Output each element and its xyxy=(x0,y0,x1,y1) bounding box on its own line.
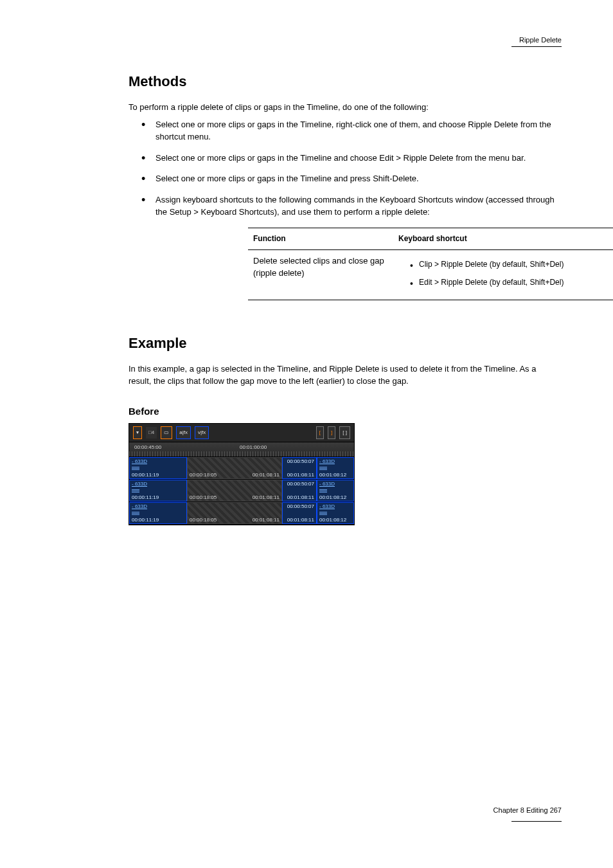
ruler-timecode: 00:00:45:00 xyxy=(134,444,161,450)
toolbar-camera-label[interactable]: □4 xyxy=(146,427,157,439)
toolbar-brackets-icon[interactable]: [ ] xyxy=(339,426,350,439)
example-intro: In this example, a gap is selected in th… xyxy=(129,363,540,388)
toolbar-vfx-button[interactable]: v|fx xyxy=(195,426,209,439)
clip[interactable]: - 633D 00:00:11:19 xyxy=(129,502,187,524)
gap-clip[interactable]: 00:00:18:05 00:01:08:11 xyxy=(187,502,282,524)
toolbar-dropdown-icon[interactable]: ▾ xyxy=(133,426,142,439)
before-heading: Before xyxy=(129,406,562,417)
timeline-toolbar: ▾ □4 ▭ a|fx v|fx [ ] [ ] xyxy=(129,424,354,442)
method-item-text: Assign keyboard shortcuts to the followi… xyxy=(155,195,555,217)
footer-rule xyxy=(511,821,562,822)
section-heading-example: Example xyxy=(129,335,562,352)
gap-clip[interactable]: 00:00:18:05 00:01:08:11 xyxy=(187,480,282,502)
footer-text: Chapter 8 Editing 267 xyxy=(433,806,562,814)
section-heading-methods: Methods xyxy=(129,73,562,90)
header-rule xyxy=(511,46,562,47)
table-header-row: Function Keyboard shortcut xyxy=(248,228,613,250)
clip[interactable]: 00:00:50:07 00:01:08:11 xyxy=(282,480,317,502)
header-text: Ripple Delete xyxy=(519,36,562,44)
table-cell-function: Delete selected clips and close gap (rip… xyxy=(248,250,393,300)
methods-intro: To perform a ripple delete of clips or g… xyxy=(129,102,562,114)
table-cell-shortcut: Clip > Ripple Delete (by default, Shift+… xyxy=(393,250,613,300)
method-item: Select one or more clips or gaps in the … xyxy=(141,152,562,165)
shortcuts-table: Function Keyboard shortcut Delete select… xyxy=(248,228,613,300)
toolbar-mark-out-icon[interactable]: ] xyxy=(328,426,335,439)
clip[interactable]: - 633D 00:00:11:19 xyxy=(129,480,187,502)
timeline-ruler[interactable]: 00:00:45:00 00:01:00:00 xyxy=(129,442,354,457)
method-item: Assign keyboard shortcuts to the followi… xyxy=(141,194,562,300)
clip[interactable]: - 633D 00:01:08:12 xyxy=(317,457,354,479)
timeline-screenshot: ▾ □4 ▭ a|fx v|fx [ ] [ ] 00:00:45:00 00:… xyxy=(129,423,355,525)
toolbar-mark-in-icon[interactable]: [ xyxy=(316,426,324,439)
shortcut-item: Edit > Ripple Delete (by default, Shift+… xyxy=(410,277,609,288)
table-header-function: Function xyxy=(248,228,393,249)
table-header-shortcut: Keyboard shortcut xyxy=(393,228,613,249)
clip[interactable]: - 633D 00:01:08:12 xyxy=(317,502,354,524)
toolbar-afx-button[interactable]: a|fx xyxy=(176,426,191,439)
clip[interactable]: - 633D 00:00:11:19 xyxy=(129,457,187,479)
method-item: Select one or more clips or gaps in the … xyxy=(141,119,562,143)
toolbar-clip-icon[interactable]: ▭ xyxy=(161,426,172,439)
timeline-track[interactable]: - 633D 00:00:11:19 00:00:18:05 00:01:08:… xyxy=(129,457,354,480)
clip[interactable]: - 633D 00:01:08:12 xyxy=(317,480,354,502)
method-item: Select one or more clips or gaps in the … xyxy=(141,173,562,185)
shortcut-item: Clip > Ripple Delete (by default, Shift+… xyxy=(410,259,609,270)
timeline-track[interactable]: - 633D 00:00:11:19 00:00:18:05 00:01:08:… xyxy=(129,480,354,502)
ruler-timecode: 00:01:00:00 xyxy=(240,444,267,450)
methods-list: Select one or more clips or gaps in the … xyxy=(141,119,562,300)
timeline-track[interactable]: - 633D 00:00:11:19 00:00:18:05 00:01:08:… xyxy=(129,502,354,525)
table-row: Delete selected clips and close gap (rip… xyxy=(248,250,613,300)
gap-clip[interactable]: 00:00:18:05 00:01:08:11 xyxy=(187,457,282,479)
clip[interactable]: 00:00:50:07 00:01:08:11 xyxy=(282,457,317,479)
clip[interactable]: 00:00:50:07 00:01:08:11 xyxy=(282,502,317,524)
